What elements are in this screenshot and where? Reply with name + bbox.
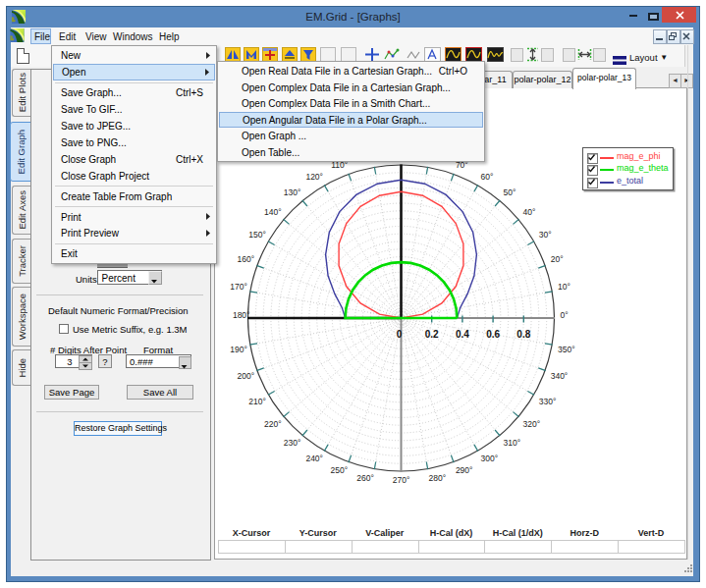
svg-text:220°: 220° [264, 419, 282, 429]
svg-text:350°: 350° [558, 345, 575, 354]
svg-text:250°: 250° [331, 465, 349, 475]
svg-text:270°: 270° [393, 475, 410, 485]
svg-text:130°: 130° [284, 187, 301, 197]
svg-text:330°: 330° [539, 397, 557, 406]
svg-text:140°: 140° [264, 207, 282, 217]
svg-text:290°: 290° [456, 465, 473, 475]
svg-text:180°: 180° [233, 310, 250, 320]
svg-text:210°: 210° [248, 397, 266, 406]
svg-text:10°: 10° [558, 282, 570, 292]
svg-text:200°: 200° [238, 371, 255, 381]
svg-text:170°: 170° [230, 282, 247, 292]
svg-text:120°: 120° [305, 172, 323, 182]
svg-text:0.6: 0.6 [486, 329, 500, 340]
svg-text:40°: 40° [523, 207, 536, 217]
svg-text:60°: 60° [481, 172, 494, 182]
svg-text:0.8: 0.8 [516, 329, 530, 340]
svg-text:150°: 150° [248, 230, 266, 240]
svg-text:0.4: 0.4 [456, 329, 469, 340]
svg-text:340°: 340° [551, 371, 569, 381]
svg-text:160°: 160° [238, 254, 255, 264]
svg-text:190°: 190° [230, 345, 247, 354]
svg-text:0.2: 0.2 [425, 329, 439, 340]
svg-text:50°: 50° [504, 187, 516, 197]
svg-text:0: 0 [397, 329, 403, 340]
svg-text:260°: 260° [356, 473, 374, 483]
svg-text:300°: 300° [481, 454, 499, 463]
svg-text:310°: 310° [504, 438, 521, 448]
svg-text:240°: 240° [305, 454, 323, 463]
svg-text:0°: 0° [561, 310, 569, 320]
svg-text:30°: 30° [539, 230, 552, 240]
svg-text:230°: 230° [284, 438, 301, 448]
svg-text:280°: 280° [429, 473, 447, 483]
svg-text:20°: 20° [551, 254, 564, 264]
svg-text:320°: 320° [523, 419, 541, 429]
